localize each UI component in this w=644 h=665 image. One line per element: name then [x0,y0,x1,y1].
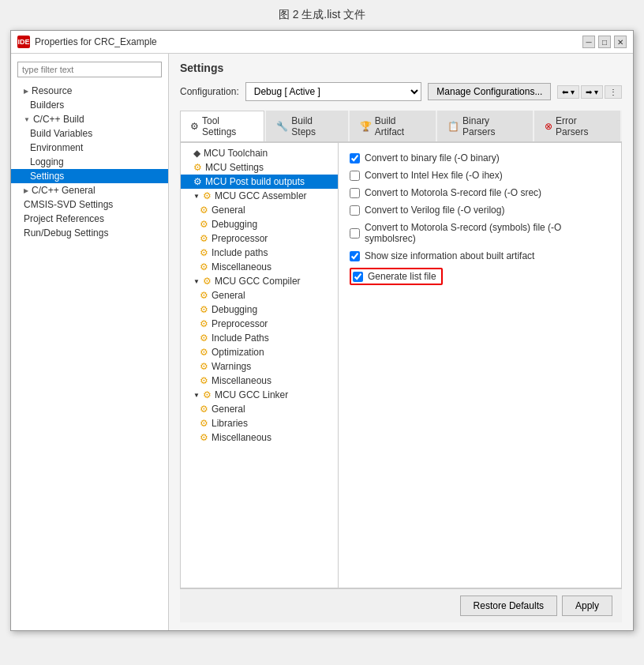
tree-label: C/C++ Build [33,114,84,125]
tool-tree-asm-preprocessor[interactable]: ⚙ Preprocessor [181,231,338,246]
tree-label: MCU GCC Assembler [215,190,307,201]
tool-tree-asm-include-paths[interactable]: ⚙ Include paths [181,246,338,260]
config-select[interactable]: Debug [ Active ] [245,82,422,101]
checkbox-convert-motorola-sym[interactable] [350,228,360,239]
filter-input[interactable] [17,62,162,77]
tool-tree-cc-optimization[interactable]: ⚙ Optimization [181,345,338,359]
left-panel: ▶ Resource Builders ▼ C/C++ Build Build … [11,54,169,630]
tab-label: Build Artifact [375,115,425,137]
gear-icon: ⚙ [200,219,208,230]
checkbox-convert-verilog[interactable] [350,205,360,216]
tree-label: General [212,290,245,301]
nav-back-button[interactable]: ⬅ ▾ [557,85,579,99]
tab-label: Build Steps [291,115,337,137]
nav-menu-button[interactable]: ⋮ [605,85,622,99]
gear-icon: ⚙ [200,205,208,216]
tool-tree-cc-misc[interactable]: ⚙ Miscellaneous [181,374,338,388]
tool-tree-lk-misc[interactable]: ⚙ Miscellaneous [181,430,338,445]
tab-error-parsers[interactable]: ⊗ Error Parsers [534,111,620,141]
tool-tree-asm-general[interactable]: ⚙ General [181,203,338,217]
option-convert-verilog: Convert to Verilog file (-O verilog) [350,205,610,216]
tool-tree-mcu-gcc-linker[interactable]: ▼ ⚙ MCU GCC Linker [181,388,338,402]
tool-tree-mcu-settings[interactable]: ⚙ MCU Settings [181,160,338,175]
tool-tree-mcu-gcc-compiler[interactable]: ▼ ⚙ MCU GCC Compiler [181,274,338,288]
tree-item-builders[interactable]: Builders [11,98,168,112]
tab-build-artifact[interactable]: 🏆 Build Artifact [350,111,436,141]
checkbox-convert-binary[interactable] [350,153,360,163]
expand-arrow: ▼ [193,193,200,200]
parser-icon: 📋 [447,121,459,132]
error-icon: ⊗ [545,121,552,132]
tree-item-cpp-build[interactable]: ▼ C/C++ Build [11,112,168,126]
tree-label: General [212,205,245,216]
tree-item-build-variables[interactable]: Build Variables [11,126,168,141]
right-panel: Settings Configuration: Debug [ Active ]… [169,54,633,630]
minimize-button[interactable]: ─ [582,36,595,48]
tool-tree-mcu-post-build[interactable]: ⚙ MCU Post build outputs [181,175,338,189]
tree-label: MCU Post build outputs [205,176,305,187]
checkbox-convert-ihex[interactable] [350,171,360,181]
tree-item-resource[interactable]: ▶ Resource [11,84,168,98]
tree-label: Build Variables [30,128,92,139]
tree-item-environment[interactable]: Environment [11,141,168,155]
tree-item-run-debug[interactable]: Run/Debug Settings [11,226,168,240]
tree-label: Warnings [212,361,251,372]
steps-icon: 🔧 [276,121,288,132]
gear-icon: ⚙ [200,361,208,372]
option-label: Show size information about built artifa… [365,250,534,261]
tab-build-steps[interactable]: 🔧 Build Steps [266,111,347,141]
gear-icon: ⚙ [200,332,208,344]
tool-tree-cc-warnings[interactable]: ⚙ Warnings [181,359,338,374]
checkbox-generate-list[interactable] [353,272,363,282]
tab-tool-settings[interactable]: ⚙ Tool Settings [180,111,264,141]
filter-box [17,62,162,77]
tree-label: Preprocessor [212,318,268,329]
apply-button[interactable]: Apply [562,595,612,616]
checkbox-convert-motorola-srec[interactable] [350,188,360,198]
options-panel: Convert to binary file (-O binary) Conve… [339,143,621,588]
gear-icon: ⚙ [200,375,208,386]
nav-forward-button[interactable]: ➡ ▾ [581,85,603,99]
tab-binary-parsers[interactable]: 📋 Binary Parsers [437,111,533,141]
expand-arrow: ▶ [24,187,28,194]
config-row: Configuration: Debug [ Active ] Manage C… [180,82,622,101]
tool-tree-cc-preprocessor[interactable]: ⚙ Preprocessor [181,317,338,331]
tab-label: Tool Settings [202,115,254,137]
close-button[interactable]: ✕ [614,36,627,48]
settings-header: Settings [180,62,622,74]
tree-label: Include paths [212,247,268,258]
tool-tree-cc-general[interactable]: ⚙ General [181,288,338,302]
tree-label: C/C++ General [32,185,95,196]
gear-icon: ⚙ [200,404,208,415]
tool-tree-asm-debugging[interactable]: ⚙ Debugging [181,217,338,231]
tree-label: Builders [30,100,64,111]
tool-tree-cc-debugging[interactable]: ⚙ Debugging [181,302,338,317]
tree-item-settings[interactable]: Settings [11,169,168,183]
tree-label: MCU GCC Compiler [215,276,301,287]
expand-arrow: ▶ [24,88,28,95]
tool-tree-mcu-gcc-assembler[interactable]: ▼ ⚙ MCU GCC Assembler [181,189,338,203]
tree-item-cmsis-svd[interactable]: CMSIS-SVD Settings [11,197,168,212]
checkbox-show-size[interactable] [350,251,360,261]
tree-label: Settings [30,171,64,182]
bottom-bar: Restore Defaults Apply [180,588,622,622]
manage-configurations-button[interactable]: Manage Configurations... [428,83,551,100]
config-label: Configuration: [180,86,239,97]
tree-item-logging[interactable]: Logging [11,155,168,169]
gear-icon: ⚙ [200,233,208,244]
tool-tree-cc-include-paths[interactable]: ⚙ Include Paths [181,331,338,345]
tree-item-project-refs[interactable]: Project References [11,212,168,226]
tree-label: Libraries [212,418,248,429]
tree-item-cpp-general[interactable]: ▶ C/C++ General [11,183,168,197]
tree-label: Logging [30,156,64,167]
expand-arrow: ▼ [193,392,200,399]
restore-defaults-button[interactable]: Restore Defaults [460,595,557,616]
tool-tree-asm-misc[interactable]: ⚙ Miscellaneous [181,260,338,274]
tool-tree-lk-libraries[interactable]: ⚙ Libraries [181,416,338,430]
title-bar-left: IDE Properties for CRC_Example [17,36,157,48]
tree-label: Run/Debug Settings [24,227,108,239]
tool-tree-mcu-toolchain[interactable]: ◆ MCU Toolchain [181,146,338,160]
tool-tree-lk-general[interactable]: ⚙ General [181,402,338,416]
maximize-button[interactable]: □ [598,36,611,48]
tree-label: General [212,404,245,415]
